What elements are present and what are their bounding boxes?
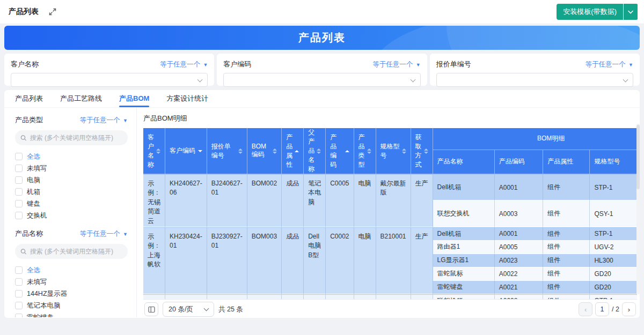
column-header-产品编码[interactable]: 产品编码 — [326, 128, 354, 174]
bom-row[interactable]: 示例：上海帆软KH230424-01BJ230927-01BOM006成品联想电… — [143, 294, 637, 299]
banner-title: 产品列表 — [298, 31, 346, 45]
sub-column-header-规格型号[interactable]: 规格型号 — [590, 150, 637, 174]
filter-option-机箱[interactable]: 机箱 — [15, 186, 128, 198]
install-template-dropdown-button[interactable] — [624, 4, 638, 20]
filter-block-客户名称: 客户名称等于任意一个 ▼ — [4, 54, 214, 86]
filter-select[interactable] — [11, 73, 208, 87]
checkbox-icon[interactable] — [15, 266, 23, 274]
checkbox-icon[interactable] — [15, 165, 23, 172]
column-label: 父产品名称 — [308, 128, 314, 174]
tab-方案设计统计[interactable]: 方案设计统计 — [166, 90, 208, 107]
tab-产品列表[interactable]: 产品列表 — [15, 90, 43, 107]
tab-产品工艺路线[interactable]: 产品工艺路线 — [60, 90, 102, 107]
column-header-BOM编码[interactable]: BOM编码 — [247, 128, 282, 174]
column-label: 产品类型 — [358, 133, 365, 169]
column-header-产品属性[interactable]: 产品属性 — [282, 128, 304, 174]
column-header-获取方式[interactable]: 获取方式 — [411, 128, 433, 174]
cell-bom-detail: QSY-1 — [590, 200, 637, 227]
column-header-客户名称[interactable]: 客户名称 — [143, 128, 165, 174]
bom-table-grid: 客户名称客户编码报价单编号BOM编码产品属性父产品名称产品编码产品类型规格型号获… — [143, 128, 637, 299]
cell-bom-detail: 路由器1 — [433, 241, 495, 254]
cell-bom-detail: 组件 — [543, 227, 590, 241]
column-label: 客户名称 — [148, 133, 154, 169]
filter-option-键盘[interactable]: 键盘 — [15, 198, 128, 210]
checkbox-icon[interactable] — [15, 302, 23, 309]
sub-column-header-产品属性[interactable]: 产品属性 — [543, 150, 590, 174]
checkbox-icon[interactable] — [15, 176, 23, 184]
column-header-父产品名称[interactable]: 父产品名称 — [304, 128, 326, 174]
sort-asc-icon — [402, 148, 406, 151]
bom-row[interactable]: 示例：上海帆软KH230424-01BJ230927-01BOM003成品Del… — [143, 227, 637, 241]
sub-column-header-产品编码[interactable]: 产品编码 — [495, 150, 544, 174]
column-label: 获取方式 — [415, 133, 422, 169]
sidebar-group-operator[interactable]: 等于任意一个 ▼ — [80, 116, 128, 125]
filter-option-全选[interactable]: 全选 — [15, 264, 128, 276]
checkbox-icon[interactable] — [15, 153, 23, 160]
cell-spec: 戴尔最新版 — [376, 174, 411, 227]
column-header-规格型号[interactable]: 规格型号 — [376, 128, 411, 174]
tab-产品BOM[interactable]: 产品BOM — [119, 90, 149, 107]
column-header-客户编码[interactable]: 客户编码 — [165, 128, 207, 174]
sidebar-group-operator[interactable]: 等于任意一个 ▼ — [80, 229, 128, 239]
filter-option-144HZ显示器[interactable]: 144HZ显示器 — [15, 288, 128, 300]
filter-operator[interactable]: 等于任意一个 ▼ — [372, 60, 420, 69]
filter-option-未填写[interactable]: 未填写 — [15, 162, 128, 174]
column-header-报价单编号[interactable]: 报价单编号 — [207, 128, 247, 174]
checkbox-icon[interactable] — [15, 200, 23, 207]
sub-column-header-产品名称[interactable]: 产品名称 — [433, 150, 495, 174]
checkbox-icon[interactable] — [15, 278, 23, 286]
sidebar-group-产品名称: 产品名称等于任意一个 ▼全选未填写144HZ显示器笔记本电脑雷蛇键盘雷蛇鼠标 — [15, 229, 128, 317]
cell-bom-detail: A0005 — [495, 241, 544, 254]
checkbox-icon[interactable] — [15, 314, 23, 317]
bom-table: 客户名称客户编码报价单编号BOM编码产品属性父产品名称产品编码产品类型规格型号获… — [143, 128, 637, 299]
filter-select[interactable] — [436, 73, 633, 87]
filter-option-笔记本电脑[interactable]: 笔记本电脑 — [15, 300, 128, 311]
cell-spec: A14000 — [376, 294, 411, 299]
sort-desc-icon — [273, 152, 277, 154]
checkbox-icon[interactable] — [15, 188, 23, 196]
cell-bom-detail: 组件 — [543, 174, 590, 200]
filter-bar: 客户名称等于任意一个 ▼客户编码等于任意一个 ▼报价单编号等于任意一个 ▼ — [4, 54, 640, 86]
sidebar-group-产品类型: 产品类型等于任意一个 ▼全选未填写电脑机箱键盘交换机 — [15, 115, 128, 221]
filter-operator[interactable]: 等于任意一个 ▼ — [586, 60, 633, 69]
filter-option-电脑[interactable]: 电脑 — [15, 174, 128, 186]
cell-bom-detail: Dell机箱 — [433, 227, 495, 241]
cell-bom-detail: A0023 — [495, 254, 544, 267]
option-label: 144HZ显示器 — [27, 289, 67, 299]
cell-attr: 成品 — [282, 294, 304, 299]
sort-desc-icon — [367, 152, 371, 154]
caret-down-icon: ▼ — [416, 62, 421, 68]
column-settings-button[interactable] — [144, 302, 158, 316]
cell-bom-detail: A0002 — [495, 294, 544, 299]
cell-quote_no: BJ230927-01 — [207, 294, 247, 299]
prev-page-button[interactable]: ‹ — [579, 302, 592, 316]
page-input[interactable] — [595, 302, 609, 316]
checkbox-icon[interactable] — [15, 290, 23, 297]
option-label: 键盘 — [27, 199, 40, 209]
filter-operator[interactable]: 等于任意一个 ▼ — [160, 60, 208, 69]
column-label: 报价单编号 — [211, 142, 236, 160]
filter-block-报价单编号: 报价单编号等于任意一个 ▼ — [430, 54, 640, 86]
filter-select[interactable] — [223, 73, 420, 87]
cell-bom-detail: 组件 — [543, 254, 590, 267]
next-page-button[interactable]: › — [622, 302, 636, 316]
sidebar-search-input[interactable] — [30, 248, 122, 255]
checkbox-icon[interactable] — [15, 212, 23, 219]
filter-option-雷蛇键盘[interactable]: 雷蛇键盘 — [15, 311, 128, 317]
chevron-down-icon — [197, 77, 203, 83]
sort-icon — [317, 148, 321, 154]
sort-icon — [345, 150, 349, 152]
column-header-产品类型[interactable]: 产品类型 — [354, 128, 376, 174]
expand-icon[interactable] — [47, 6, 58, 17]
filter-option-交换机[interactable]: 交换机 — [15, 210, 128, 221]
install-template-button[interactable]: 安装模板(带数据) — [557, 4, 623, 20]
cell-spec: B210001 — [376, 227, 411, 294]
bom-row[interactable]: 示例：无锡简道云KH240627-06BJ240627-01BOM002成品笔记… — [143, 174, 637, 200]
filter-block-客户编码: 客户编码等于任意一个 ▼ — [217, 54, 427, 86]
sidebar-search-input[interactable] — [30, 134, 122, 142]
page-size-select[interactable]: 20 条/页 — [163, 302, 214, 317]
filter-option-全选[interactable]: 全选 — [15, 151, 128, 162]
install-template-split-button: 安装模板(带数据) — [557, 4, 638, 20]
vertical-scrollbar[interactable] — [636, 124, 640, 294]
filter-option-未填写[interactable]: 未填写 — [15, 276, 128, 288]
